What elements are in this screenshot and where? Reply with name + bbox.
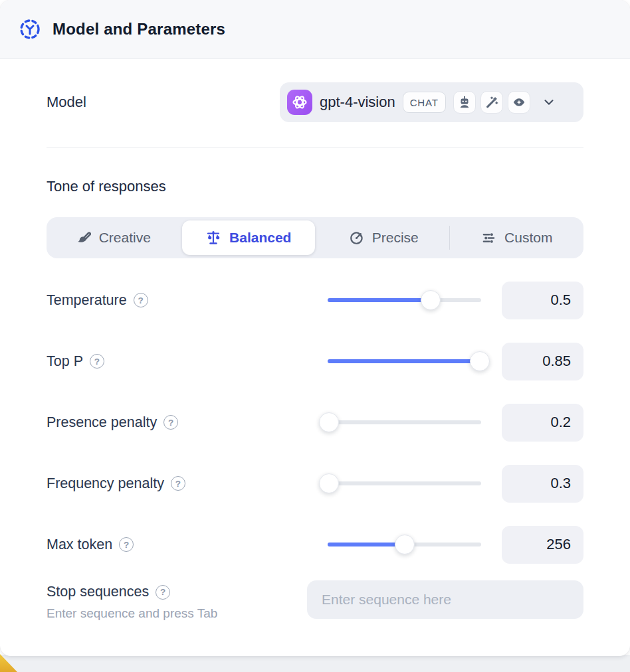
- help-icon[interactable]: ?: [119, 537, 134, 552]
- top-p-row: Top P ? 0.85: [47, 331, 583, 392]
- top-p-value[interactable]: 0.85: [502, 343, 583, 380]
- help-icon[interactable]: ?: [163, 415, 178, 430]
- capability-chips: [453, 91, 530, 114]
- tab-label: Custom: [504, 230, 552, 246]
- magic-wand-icon: [480, 91, 503, 114]
- tab-label: Creative: [99, 230, 151, 246]
- model-row: Model gpt-4-vision CHAT: [47, 82, 583, 122]
- frequency-penalty-label: Frequency penalty ?: [47, 475, 328, 492]
- temperature-value[interactable]: 0.5: [502, 282, 583, 319]
- frequency-penalty-row: Frequency penalty ? 0.3: [47, 453, 583, 514]
- sliders-icon: [481, 230, 496, 246]
- stop-sequence-input[interactable]: [307, 580, 583, 619]
- tab-creative[interactable]: Creative: [47, 217, 180, 258]
- model-label: Model: [47, 94, 86, 111]
- paintbrush-icon: [76, 230, 91, 246]
- max-token-label: Max token ?: [47, 537, 328, 553]
- section-divider: [47, 147, 583, 148]
- tab-balanced[interactable]: Balanced: [182, 220, 316, 255]
- help-icon[interactable]: ?: [90, 354, 104, 369]
- temperature-slider[interactable]: [328, 290, 481, 310]
- presence-penalty-label: Presence penalty ?: [47, 414, 328, 431]
- slider-thumb[interactable]: [470, 351, 490, 371]
- tab-custom[interactable]: Custom: [451, 217, 584, 258]
- help-icon[interactable]: ?: [134, 293, 148, 307]
- openai-logo-icon: [287, 90, 312, 115]
- tone-tabbar: Creative Balanced: [47, 217, 583, 258]
- max-token-row: Max token ? 256: [47, 514, 583, 575]
- tab-precise[interactable]: Precise: [317, 217, 451, 258]
- stop-sequences-row: Stop sequences ? Enter sequence and pres…: [47, 580, 583, 649]
- help-icon[interactable]: ?: [171, 476, 185, 491]
- presence-penalty-value[interactable]: 0.2: [502, 404, 583, 442]
- slider-thumb[interactable]: [319, 473, 339, 493]
- tone-section-title: Tone of responses: [47, 178, 583, 195]
- model-select-dropdown[interactable]: gpt-4-vision CHAT: [280, 82, 583, 122]
- tab-label: Precise: [372, 230, 419, 246]
- assistant-robot-icon: [453, 91, 476, 114]
- max-token-slider[interactable]: [328, 535, 481, 554]
- tab-label: Balanced: [229, 230, 291, 246]
- help-icon[interactable]: ?: [156, 585, 170, 600]
- slider-thumb[interactable]: [421, 290, 441, 310]
- chevron-down-icon: [542, 95, 556, 110]
- max-token-value[interactable]: 256: [502, 526, 583, 564]
- model-parameters-card: Model and Parameters Model: [0, 0, 630, 656]
- top-p-label: Top P ?: [47, 353, 328, 370]
- presence-penalty-row: Presence penalty ? 0.2: [47, 392, 583, 453]
- target-icon: [349, 230, 364, 246]
- presence-penalty-slider[interactable]: [328, 412, 481, 432]
- frequency-penalty-value[interactable]: 0.3: [502, 465, 583, 503]
- balance-scale-icon: [205, 230, 221, 246]
- model-parameters-panel: Model and Parameters Model: [0, 0, 630, 672]
- panel-header: Model and Parameters: [0, 0, 630, 59]
- temperature-row: Temperature ? 0.5: [47, 270, 583, 331]
- slider-thumb[interactable]: [319, 412, 339, 432]
- stop-sequences-hint: Enter sequence and press Tab: [47, 606, 217, 621]
- model-node-icon: [19, 18, 41, 41]
- stop-sequences-label: Stop sequences ?: [47, 584, 217, 600]
- background-strip: [0, 655, 630, 672]
- panel-title: Model and Parameters: [52, 20, 225, 39]
- parameter-list: Temperature ? 0.5 Top P ?: [47, 270, 583, 575]
- chat-type-badge: CHAT: [403, 92, 446, 113]
- top-p-slider[interactable]: [328, 351, 481, 371]
- frequency-penalty-slider[interactable]: [328, 473, 481, 493]
- slider-thumb[interactable]: [395, 535, 415, 554]
- tab-separator: [449, 226, 450, 250]
- temperature-label: Temperature ?: [47, 292, 328, 309]
- vision-eye-icon: [508, 91, 530, 114]
- selected-model-name: gpt-4-vision: [320, 94, 395, 111]
